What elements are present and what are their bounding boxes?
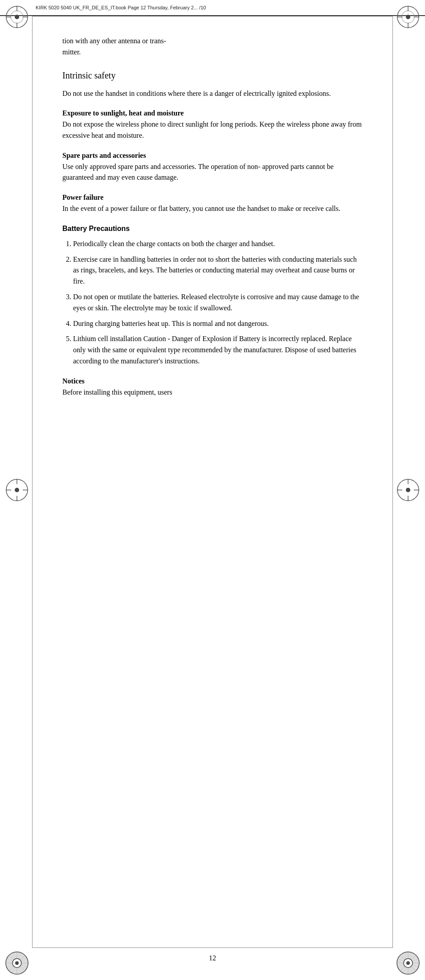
section-sunlight: Exposure to sunlight, heat and moisture … — [62, 108, 363, 141]
border-bottom — [32, 947, 393, 948]
border-right — [392, 16, 393, 948]
text-sunlight: Exposure to sunlight, heat and moisture … — [62, 108, 363, 141]
heading-spare-parts: Spare parts and accessories — [62, 152, 146, 159]
corner-tl — [4, 4, 30, 30]
svg-point-9 — [406, 15, 410, 19]
heading-power-failure: Power failure — [62, 194, 103, 201]
battery-item-1: Periodically clean the charge contacts o… — [73, 239, 363, 250]
intro-text: tion with any other antenna or trans-mit… — [62, 36, 363, 58]
corner-mr — [395, 477, 421, 503]
battery-item-5: Lithium cell installation Caution - Dang… — [73, 334, 363, 366]
text-power-failure: Power failure In the event of a power fa… — [62, 192, 363, 214]
body-sunlight: Do not expose the wireless phone to dire… — [62, 120, 362, 139]
body-notices: Before installing this equipment, users — [62, 388, 172, 396]
text-spare-parts: Spare parts and accessories Use only app… — [62, 150, 363, 183]
svg-point-36 — [15, 961, 19, 965]
section-intrinsic-safety: Intrinsic safety Do not use the handset … — [62, 69, 363, 99]
battery-list: Periodically clean the charge contacts o… — [62, 239, 363, 367]
battery-item-2: Exercise care in handling batteries in o… — [73, 254, 363, 287]
svg-point-21 — [406, 488, 410, 492]
corner-tr — [395, 4, 421, 30]
svg-point-2 — [15, 15, 19, 19]
battery-item-4: During charging batteries heat up. This … — [73, 318, 363, 329]
corner-ml — [4, 477, 30, 503]
section-spare-parts: Spare parts and accessories Use only app… — [62, 150, 363, 183]
body-power-failure: In the event of a power failure or flat … — [62, 205, 340, 212]
corner-br — [395, 950, 421, 976]
heading-notices: Notices — [62, 377, 85, 385]
section-power-failure: Power failure In the event of a power fa… — [62, 192, 363, 214]
border-left — [32, 16, 33, 948]
svg-point-15 — [15, 488, 19, 492]
heading-battery: Battery Precautions — [62, 223, 363, 234]
svg-point-47 — [406, 961, 410, 965]
text-intrinsic-safety: Do not use the handset in conditions whe… — [62, 88, 363, 99]
text-notices: Notices Before installing this equipment… — [62, 376, 363, 398]
page-number: 12 — [209, 954, 216, 962]
page: KIRK 5020 5040 UK_FR_DE_ES_IT.book Page … — [0, 0, 425, 980]
corner-bl — [4, 950, 30, 976]
main-content: tion with any other antenna or trans-mit… — [45, 27, 380, 935]
border-top — [32, 16, 393, 16]
header-text: KIRK 5020 5040 UK_FR_DE_ES_IT.book Page … — [36, 5, 206, 10]
section-battery: Battery Precautions Periodically clean t… — [62, 223, 363, 367]
heading-sunlight: Exposure to sunlight, heat and moisture — [62, 109, 184, 117]
heading-intrinsic-safety: Intrinsic safety — [62, 69, 363, 82]
battery-item-3: Do not open or mutilate the batteries. R… — [73, 292, 363, 314]
header-bar: KIRK 5020 5040 UK_FR_DE_ES_IT.book Page … — [0, 0, 425, 16]
body-spare-parts: Use only approved spare parts and access… — [62, 163, 334, 181]
section-notices: Notices Before installing this equipment… — [62, 376, 363, 398]
